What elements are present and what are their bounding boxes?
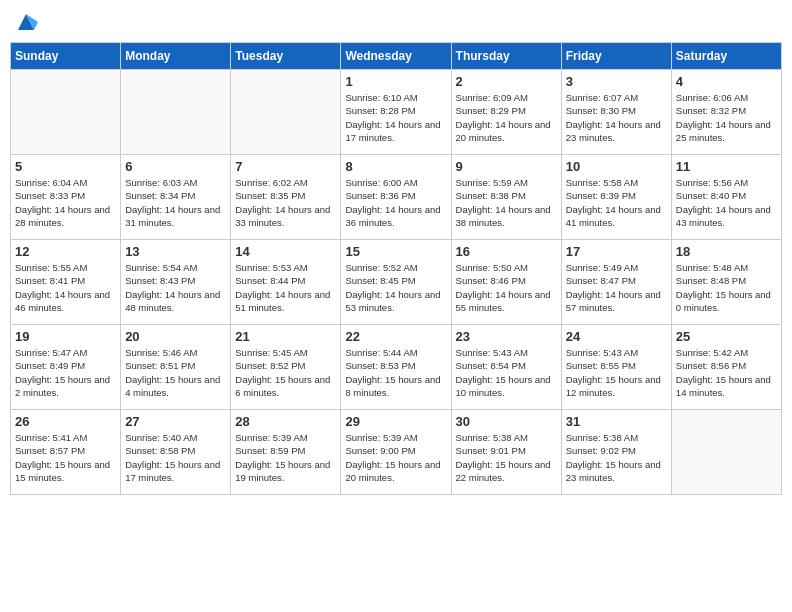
sunset-text: Sunset: 8:34 PM xyxy=(125,190,195,201)
calendar-cell: 2Sunrise: 6:09 AMSunset: 8:29 PMDaylight… xyxy=(451,70,561,155)
daylight-text: Daylight: 15 hours and 15 minutes. xyxy=(15,459,110,483)
header-tuesday: Tuesday xyxy=(231,43,341,70)
day-info: Sunrise: 5:48 AMSunset: 8:48 PMDaylight:… xyxy=(676,261,777,314)
calendar-cell xyxy=(11,70,121,155)
day-number: 10 xyxy=(566,159,667,174)
header-monday: Monday xyxy=(121,43,231,70)
sunrise-text: Sunrise: 5:50 AM xyxy=(456,262,528,273)
sunset-text: Sunset: 8:56 PM xyxy=(676,360,746,371)
calendar-cell: 30Sunrise: 5:38 AMSunset: 9:01 PMDayligh… xyxy=(451,410,561,495)
sunset-text: Sunset: 8:48 PM xyxy=(676,275,746,286)
calendar-cell: 3Sunrise: 6:07 AMSunset: 8:30 PMDaylight… xyxy=(561,70,671,155)
daylight-text: Daylight: 14 hours and 17 minutes. xyxy=(345,119,440,143)
day-info: Sunrise: 5:42 AMSunset: 8:56 PMDaylight:… xyxy=(676,346,777,399)
day-info: Sunrise: 5:40 AMSunset: 8:58 PMDaylight:… xyxy=(125,431,226,484)
daylight-text: Daylight: 15 hours and 12 minutes. xyxy=(566,374,661,398)
day-number: 1 xyxy=(345,74,446,89)
day-number: 16 xyxy=(456,244,557,259)
daylight-text: Daylight: 14 hours and 25 minutes. xyxy=(676,119,771,143)
sunrise-text: Sunrise: 6:03 AM xyxy=(125,177,197,188)
sunset-text: Sunset: 8:59 PM xyxy=(235,445,305,456)
sunset-text: Sunset: 8:28 PM xyxy=(345,105,415,116)
sunrise-text: Sunrise: 5:58 AM xyxy=(566,177,638,188)
day-info: Sunrise: 5:43 AMSunset: 8:55 PMDaylight:… xyxy=(566,346,667,399)
day-info: Sunrise: 6:04 AMSunset: 8:33 PMDaylight:… xyxy=(15,176,116,229)
day-info: Sunrise: 5:39 AMSunset: 8:59 PMDaylight:… xyxy=(235,431,336,484)
day-number: 4 xyxy=(676,74,777,89)
calendar-week-row: 12Sunrise: 5:55 AMSunset: 8:41 PMDayligh… xyxy=(11,240,782,325)
calendar-cell: 21Sunrise: 5:45 AMSunset: 8:52 PMDayligh… xyxy=(231,325,341,410)
daylight-text: Daylight: 14 hours and 48 minutes. xyxy=(125,289,220,313)
sunset-text: Sunset: 8:29 PM xyxy=(456,105,526,116)
day-number: 7 xyxy=(235,159,336,174)
day-info: Sunrise: 5:55 AMSunset: 8:41 PMDaylight:… xyxy=(15,261,116,314)
sunrise-text: Sunrise: 5:44 AM xyxy=(345,347,417,358)
sunset-text: Sunset: 8:53 PM xyxy=(345,360,415,371)
sunrise-text: Sunrise: 5:47 AM xyxy=(15,347,87,358)
daylight-text: Daylight: 15 hours and 23 minutes. xyxy=(566,459,661,483)
day-info: Sunrise: 5:41 AMSunset: 8:57 PMDaylight:… xyxy=(15,431,116,484)
day-info: Sunrise: 6:07 AMSunset: 8:30 PMDaylight:… xyxy=(566,91,667,144)
sunrise-text: Sunrise: 5:55 AM xyxy=(15,262,87,273)
sunrise-text: Sunrise: 6:00 AM xyxy=(345,177,417,188)
day-info: Sunrise: 6:09 AMSunset: 8:29 PMDaylight:… xyxy=(456,91,557,144)
day-info: Sunrise: 5:43 AMSunset: 8:54 PMDaylight:… xyxy=(456,346,557,399)
sunset-text: Sunset: 8:46 PM xyxy=(456,275,526,286)
daylight-text: Daylight: 14 hours and 33 minutes. xyxy=(235,204,330,228)
day-number: 9 xyxy=(456,159,557,174)
day-number: 28 xyxy=(235,414,336,429)
sunset-text: Sunset: 9:01 PM xyxy=(456,445,526,456)
daylight-text: Daylight: 15 hours and 0 minutes. xyxy=(676,289,771,313)
calendar-week-row: 26Sunrise: 5:41 AMSunset: 8:57 PMDayligh… xyxy=(11,410,782,495)
day-number: 2 xyxy=(456,74,557,89)
day-info: Sunrise: 5:45 AMSunset: 8:52 PMDaylight:… xyxy=(235,346,336,399)
header-sunday: Sunday xyxy=(11,43,121,70)
daylight-text: Daylight: 14 hours and 23 minutes. xyxy=(566,119,661,143)
calendar-cell: 6Sunrise: 6:03 AMSunset: 8:34 PMDaylight… xyxy=(121,155,231,240)
day-info: Sunrise: 6:03 AMSunset: 8:34 PMDaylight:… xyxy=(125,176,226,229)
sunrise-text: Sunrise: 5:39 AM xyxy=(345,432,417,443)
calendar-cell: 15Sunrise: 5:52 AMSunset: 8:45 PMDayligh… xyxy=(341,240,451,325)
day-number: 15 xyxy=(345,244,446,259)
daylight-text: Daylight: 15 hours and 14 minutes. xyxy=(676,374,771,398)
sunset-text: Sunset: 9:00 PM xyxy=(345,445,415,456)
day-number: 3 xyxy=(566,74,667,89)
daylight-text: Daylight: 14 hours and 51 minutes. xyxy=(235,289,330,313)
calendar-cell: 26Sunrise: 5:41 AMSunset: 8:57 PMDayligh… xyxy=(11,410,121,495)
day-number: 19 xyxy=(15,329,116,344)
calendar-cell: 4Sunrise: 6:06 AMSunset: 8:32 PMDaylight… xyxy=(671,70,781,155)
daylight-text: Daylight: 15 hours and 19 minutes. xyxy=(235,459,330,483)
calendar-cell: 7Sunrise: 6:02 AMSunset: 8:35 PMDaylight… xyxy=(231,155,341,240)
daylight-text: Daylight: 15 hours and 6 minutes. xyxy=(235,374,330,398)
header-thursday: Thursday xyxy=(451,43,561,70)
day-number: 8 xyxy=(345,159,446,174)
day-number: 25 xyxy=(676,329,777,344)
calendar-cell xyxy=(121,70,231,155)
day-number: 24 xyxy=(566,329,667,344)
logo-icon xyxy=(14,10,38,34)
day-info: Sunrise: 6:00 AMSunset: 8:36 PMDaylight:… xyxy=(345,176,446,229)
day-number: 5 xyxy=(15,159,116,174)
day-number: 29 xyxy=(345,414,446,429)
calendar-cell: 17Sunrise: 5:49 AMSunset: 8:47 PMDayligh… xyxy=(561,240,671,325)
sunset-text: Sunset: 9:02 PM xyxy=(566,445,636,456)
sunset-text: Sunset: 8:39 PM xyxy=(566,190,636,201)
day-info: Sunrise: 5:56 AMSunset: 8:40 PMDaylight:… xyxy=(676,176,777,229)
calendar-cell: 12Sunrise: 5:55 AMSunset: 8:41 PMDayligh… xyxy=(11,240,121,325)
sunset-text: Sunset: 8:44 PM xyxy=(235,275,305,286)
daylight-text: Daylight: 14 hours and 20 minutes. xyxy=(456,119,551,143)
calendar-cell: 18Sunrise: 5:48 AMSunset: 8:48 PMDayligh… xyxy=(671,240,781,325)
calendar-cell xyxy=(231,70,341,155)
sunrise-text: Sunrise: 6:06 AM xyxy=(676,92,748,103)
day-info: Sunrise: 5:44 AMSunset: 8:53 PMDaylight:… xyxy=(345,346,446,399)
daylight-text: Daylight: 15 hours and 8 minutes. xyxy=(345,374,440,398)
day-number: 12 xyxy=(15,244,116,259)
sunset-text: Sunset: 8:51 PM xyxy=(125,360,195,371)
day-info: Sunrise: 5:49 AMSunset: 8:47 PMDaylight:… xyxy=(566,261,667,314)
sunset-text: Sunset: 8:58 PM xyxy=(125,445,195,456)
sunrise-text: Sunrise: 5:54 AM xyxy=(125,262,197,273)
daylight-text: Daylight: 14 hours and 38 minutes. xyxy=(456,204,551,228)
sunset-text: Sunset: 8:57 PM xyxy=(15,445,85,456)
sunrise-text: Sunrise: 6:02 AM xyxy=(235,177,307,188)
calendar-cell: 19Sunrise: 5:47 AMSunset: 8:49 PMDayligh… xyxy=(11,325,121,410)
